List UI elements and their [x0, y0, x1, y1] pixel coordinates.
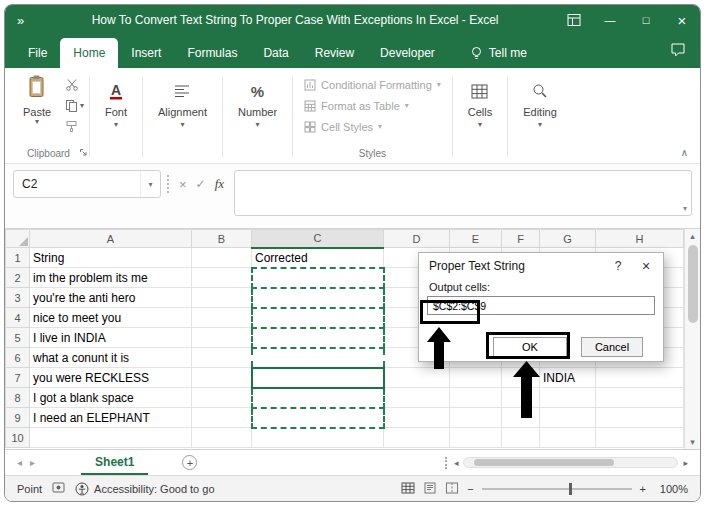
editing-menu-button[interactable]: Editing ▾: [513, 71, 567, 163]
macro-record-icon[interactable]: [52, 482, 65, 495]
font-menu-button[interactable]: A Font ▾: [95, 71, 137, 163]
cell-D9[interactable]: [384, 408, 450, 428]
minimize-button[interactable]: —: [592, 5, 628, 35]
cell-A10[interactable]: [30, 428, 192, 448]
cell-E8[interactable]: [450, 388, 502, 408]
formula-bar-expand-icon[interactable]: ▾: [683, 204, 687, 213]
cell-C7[interactable]: [252, 368, 384, 388]
quick-access-icon[interactable]: »: [17, 13, 24, 28]
cell-A9[interactable]: I need an ELEPHANT: [30, 408, 192, 428]
tab-home[interactable]: Home: [60, 38, 118, 68]
cell-B3[interactable]: [192, 288, 252, 308]
cell-H8[interactable]: [596, 388, 684, 408]
row-header-1[interactable]: 1: [6, 248, 30, 268]
clipboard-dialog-launcher-icon[interactable]: [79, 148, 88, 159]
cell-G9[interactable]: [540, 408, 596, 428]
col-header-C[interactable]: C: [252, 230, 384, 248]
cell-C8[interactable]: [252, 388, 384, 408]
col-header-G[interactable]: G: [540, 230, 596, 248]
cell-D10[interactable]: [384, 428, 450, 448]
scroll-left-icon[interactable]: ◂: [454, 458, 459, 468]
cell-C4[interactable]: [252, 308, 384, 328]
cancel-entry-button[interactable]: ×: [179, 177, 187, 192]
new-sheet-button[interactable]: +: [182, 455, 197, 470]
col-header-H[interactable]: H: [596, 230, 684, 248]
horizontal-scroll-thumb[interactable]: [474, 459, 614, 466]
cell-A4[interactable]: nice to meet you: [30, 308, 192, 328]
cell-B6[interactable]: [192, 348, 252, 368]
cell-B8[interactable]: [192, 388, 252, 408]
row-header-10[interactable]: 10: [6, 428, 30, 448]
zoom-out-button[interactable]: −: [467, 483, 473, 495]
copy-button[interactable]: ▾: [65, 98, 84, 113]
cell-C9[interactable]: [252, 408, 384, 428]
cell-A5[interactable]: I live in INDIA: [30, 328, 192, 348]
cut-button[interactable]: [65, 77, 84, 92]
sheet-nav-left-icon[interactable]: ◂: [17, 457, 22, 468]
cell-G8[interactable]: [540, 388, 596, 408]
tab-formulas[interactable]: Formulas: [174, 38, 250, 68]
page-layout-view-icon[interactable]: [423, 482, 437, 496]
cells-menu-button[interactable]: Cells ▾: [458, 71, 502, 163]
cell-A6[interactable]: what a conunt it is: [30, 348, 192, 368]
sheet-tab-sheet1[interactable]: Sheet1: [81, 450, 148, 475]
conditional-formatting-button[interactable]: Conditional Formatting ▾: [304, 76, 441, 93]
cell-E7[interactable]: [450, 368, 502, 388]
cell-C5[interactable]: [252, 328, 384, 348]
insert-function-button[interactable]: fx: [215, 176, 224, 192]
col-header-E[interactable]: E: [450, 230, 502, 248]
close-button[interactable]: ×: [664, 5, 700, 35]
format-as-table-button[interactable]: Format as Table ▾: [304, 97, 441, 114]
cell-C6[interactable]: [252, 348, 384, 368]
cell-B10[interactable]: [192, 428, 252, 448]
row-header-6[interactable]: 6: [6, 348, 30, 368]
cell-D7[interactable]: [384, 368, 450, 388]
vertical-scroll-thumb[interactable]: [688, 245, 698, 323]
tab-data[interactable]: Data: [250, 38, 301, 68]
row-header-5[interactable]: 5: [6, 328, 30, 348]
cell-H9[interactable]: [596, 408, 684, 428]
page-break-view-icon[interactable]: [445, 482, 459, 496]
select-all-button[interactable]: [6, 230, 30, 248]
col-header-A[interactable]: A: [30, 230, 192, 248]
vertical-scrollbar[interactable]: ▴ ▾: [684, 229, 700, 449]
cell-D8[interactable]: [384, 388, 450, 408]
formula-bar-splitter[interactable]: [167, 175, 169, 193]
cell-A8[interactable]: I got a blank space: [30, 388, 192, 408]
paste-button[interactable]: Paste ▾: [13, 71, 61, 134]
scroll-up-icon[interactable]: ▴: [690, 229, 695, 243]
cell-C2[interactable]: [252, 268, 384, 288]
col-header-B[interactable]: B: [192, 230, 252, 248]
cell-B2[interactable]: [192, 268, 252, 288]
cell-styles-button[interactable]: Cell Styles ▾: [304, 118, 441, 135]
zoom-slider-thumb[interactable]: [569, 483, 572, 495]
scroll-right-icon[interactable]: ▸: [683, 458, 688, 468]
col-header-F[interactable]: F: [502, 230, 540, 248]
cell-C1[interactable]: Corrected: [252, 248, 384, 268]
cell-B1[interactable]: [192, 248, 252, 268]
tab-insert[interactable]: Insert: [118, 38, 174, 68]
name-box-dropdown-icon[interactable]: ▾: [140, 171, 160, 197]
ribbon-display-options-icon[interactable]: [556, 5, 592, 35]
dialog-close-button[interactable]: ×: [631, 258, 661, 274]
tell-me[interactable]: Tell me: [460, 38, 537, 68]
accessibility-status[interactable]: Accessibility: Good to go: [75, 482, 214, 496]
horizontal-scroll-track[interactable]: [463, 457, 678, 468]
cell-E9[interactable]: [450, 408, 502, 428]
format-painter-button[interactable]: [65, 119, 84, 134]
cancel-button[interactable]: Cancel: [581, 337, 643, 357]
cell-A2[interactable]: im the problem its me: [30, 268, 192, 288]
row-header-3[interactable]: 3: [6, 288, 30, 308]
row-header-7[interactable]: 7: [6, 368, 30, 388]
horizontal-scrollbar[interactable]: ◂ ▸: [445, 457, 688, 469]
formula-input[interactable]: ▾: [234, 170, 692, 216]
zoom-level[interactable]: 100%: [654, 483, 688, 495]
cell-B5[interactable]: [192, 328, 252, 348]
dialog-help-button[interactable]: ?: [605, 259, 631, 273]
zoom-slider[interactable]: [482, 488, 632, 490]
cell-A7[interactable]: you were RECKLESS: [30, 368, 192, 388]
row-header-4[interactable]: 4: [6, 308, 30, 328]
cell-G10[interactable]: [540, 428, 596, 448]
cell-E10[interactable]: [450, 428, 502, 448]
tab-review[interactable]: Review: [302, 38, 367, 68]
